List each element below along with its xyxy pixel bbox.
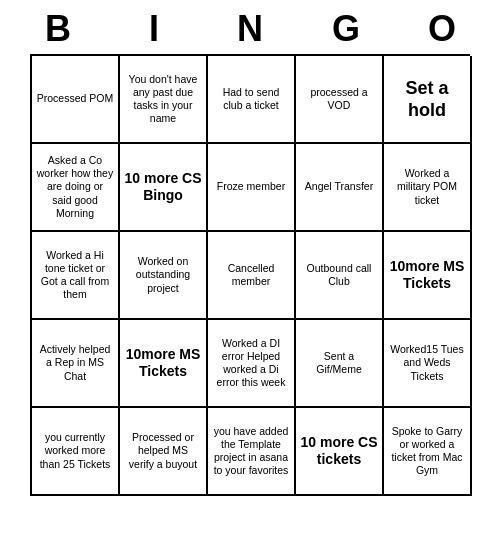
bingo-cell-4[interactable]: processed a VOD <box>296 56 384 144</box>
bingo-cell-13[interactable]: Cancelled member <box>208 232 296 320</box>
bingo-letter-g: G <box>302 8 390 50</box>
bingo-cell-19[interactable]: Sent a Gif/Meme <box>296 320 384 408</box>
bingo-cell-7[interactable]: 10 more CS Bingo <box>120 144 208 232</box>
bingo-cell-24[interactable]: 10 more CS tickets <box>296 408 384 496</box>
bingo-cell-12[interactable]: Worked on outstanding project <box>120 232 208 320</box>
bingo-cell-11[interactable]: Worked a Hi tone ticket or Got a call fr… <box>32 232 120 320</box>
bingo-cell-9[interactable]: Angel Transfer <box>296 144 384 232</box>
bingo-cell-16[interactable]: Actively helped a Rep in MS Chat <box>32 320 120 408</box>
bingo-letter-n: N <box>206 8 294 50</box>
bingo-cell-8[interactable]: Froze member <box>208 144 296 232</box>
bingo-cell-10[interactable]: Worked a military POM ticket <box>384 144 472 232</box>
bingo-letter-i: I <box>110 8 198 50</box>
bingo-cell-1[interactable]: Processed POM <box>32 56 120 144</box>
bingo-cell-6[interactable]: Asked a Co worker how they are doing or … <box>32 144 120 232</box>
bingo-cell-22[interactable]: Processed or helped MS verify a buyout <box>120 408 208 496</box>
bingo-cell-14[interactable]: Outbound call Club <box>296 232 384 320</box>
bingo-cell-15[interactable]: 10more MS Tickets <box>384 232 472 320</box>
bingo-cell-23[interactable]: you have added the Template project in a… <box>208 408 296 496</box>
bingo-cell-20[interactable]: Worked15 Tues and Weds Tickets <box>384 320 472 408</box>
bingo-cell-3[interactable]: Had to send club a ticket <box>208 56 296 144</box>
bingo-grid: Processed POMYou don't have any past due… <box>30 54 470 496</box>
bingo-letter-o: O <box>398 8 486 50</box>
bingo-cell-18[interactable]: Worked a DI error Helped worked a Di err… <box>208 320 296 408</box>
bingo-cell-21[interactable]: you currently worked more than 25 Ticket… <box>32 408 120 496</box>
bingo-cell-5[interactable]: Set a hold <box>384 56 472 144</box>
bingo-letter-b: B <box>14 8 102 50</box>
bingo-cell-2[interactable]: You don't have any past due tasks in you… <box>120 56 208 144</box>
bingo-title: BINGO <box>10 0 490 54</box>
bingo-cell-25[interactable]: Spoke to Garry or worked a ticket from M… <box>384 408 472 496</box>
bingo-cell-17[interactable]: 10more MS Tickets <box>120 320 208 408</box>
